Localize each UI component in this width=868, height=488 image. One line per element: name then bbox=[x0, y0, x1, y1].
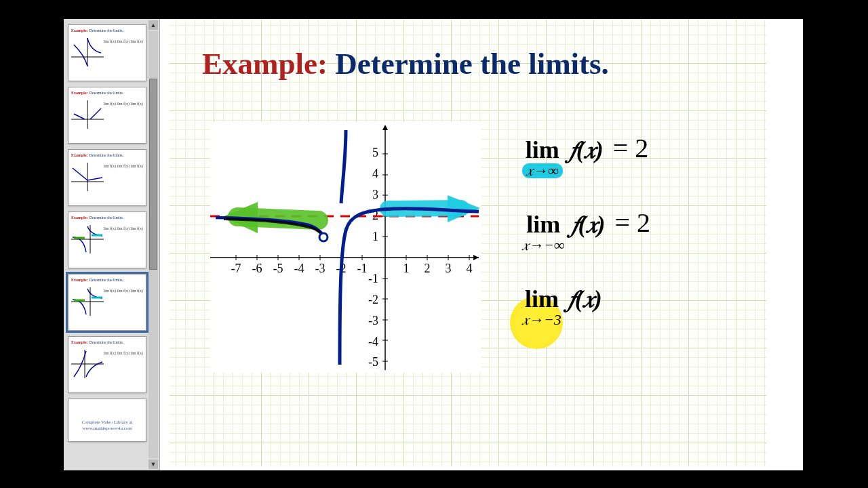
slide-thumbnail[interactable]: Example: Determine the limits. lim f(x) … bbox=[68, 149, 146, 206]
slide-thumbnail[interactable]: Example: Determine the limits. lim f(x) … bbox=[68, 336, 146, 393]
svg-text:-7: -7 bbox=[231, 262, 241, 275]
svg-text:1: 1 bbox=[403, 262, 410, 275]
slide-thumbnail-panel: ▲ ▼ Example: Determine the limits. lim f… bbox=[64, 19, 160, 470]
limits-list: lim 𝑥→∞ 𝑓(𝑥) = 2 lim 𝑥→−∞ 𝑓(𝑥) = 2 bbox=[522, 138, 766, 361]
slide-thumbnail[interactable]: Complete Video Library at www.mathispowe… bbox=[68, 399, 146, 442]
svg-text:-2: -2 bbox=[368, 293, 378, 306]
lim-symbol: lim bbox=[526, 138, 559, 162]
limit-row: lim 𝑥→−∞ 𝑓(𝑥) = 2 bbox=[522, 212, 766, 253]
mini-graph bbox=[71, 37, 104, 66]
heading-lead: Example: bbox=[202, 47, 328, 81]
svg-text:5: 5 bbox=[372, 146, 378, 159]
function-graph: -7 -6 -5 -4 -3 -2 -1 1 2 3 4 1 bbox=[210, 122, 481, 373]
svg-text:-5: -5 bbox=[273, 262, 283, 275]
mini-graph bbox=[71, 162, 104, 191]
mini-graph bbox=[71, 287, 104, 316]
svg-text:-1: -1 bbox=[357, 262, 368, 275]
limit-row: lim 𝑥→∞ 𝑓(𝑥) = 2 bbox=[522, 138, 766, 178]
x-axis-ticks: -7 -6 -5 -4 -3 -2 -1 1 2 3 4 bbox=[231, 262, 473, 275]
svg-text:-5: -5 bbox=[368, 355, 378, 369]
slide-thumbnail[interactable]: Example: Determine the limits. lim f(x) … bbox=[68, 211, 146, 268]
svg-text:-3: -3 bbox=[315, 262, 326, 275]
svg-text:4: 4 bbox=[372, 167, 378, 180]
lim-fx: 𝑓(𝑥) bbox=[570, 138, 604, 162]
scrollbar-track[interactable] bbox=[149, 31, 158, 458]
limit-row: lim 𝑥→−3 𝑓(𝑥) bbox=[522, 287, 766, 327]
svg-text:-4: -4 bbox=[294, 262, 304, 275]
scroll-up-button[interactable]: ▲ bbox=[149, 20, 158, 30]
svg-marker-13 bbox=[473, 255, 479, 260]
lim-symbol: lim bbox=[526, 212, 560, 237]
chevron-up-icon: ▲ bbox=[151, 22, 157, 28]
lim-approach: 𝑥→−3 bbox=[522, 312, 561, 327]
slide-viewport: Example: Determine the limits. -7 -6 bbox=[170, 19, 803, 470]
chevron-down-icon: ▼ bbox=[151, 461, 157, 468]
svg-text:2: 2 bbox=[425, 262, 431, 275]
slide-thumbnail-current[interactable]: Example: Determine the limits. lim f(x) … bbox=[68, 274, 146, 331]
mini-graph bbox=[71, 224, 104, 253]
svg-text:1: 1 bbox=[372, 230, 378, 243]
lim-symbol: lim bbox=[525, 287, 559, 311]
scrollbar-thumb[interactable] bbox=[149, 79, 157, 270]
slide: Example: Determine the limits. -7 -6 bbox=[170, 19, 766, 466]
open-endpoint bbox=[319, 233, 328, 241]
curve-right-upper bbox=[341, 130, 346, 203]
lim-fx: 𝑓(𝑥) bbox=[568, 287, 602, 311]
presentation-viewer: ▲ ▼ Example: Determine the limits. lim f… bbox=[64, 19, 803, 470]
scroll-down-button[interactable]: ▼ bbox=[149, 460, 158, 469]
slide-thumbnail[interactable]: Example: Determine the limits. lim f(x) … bbox=[68, 87, 146, 144]
lim-approach: 𝑥→∞ bbox=[522, 163, 563, 178]
svg-text:-6: -6 bbox=[252, 262, 262, 275]
footer-text: Complete Video Library at www.mathispowe… bbox=[68, 420, 146, 432]
svg-text:4: 4 bbox=[467, 262, 473, 275]
lim-approach: 𝑥→−∞ bbox=[522, 238, 565, 253]
slide-heading: Example: Determine the limits. bbox=[202, 46, 609, 81]
svg-text:-3: -3 bbox=[368, 314, 378, 327]
svg-text:-4: -4 bbox=[368, 335, 378, 348]
mini-graph bbox=[71, 349, 104, 378]
slide-thumbnail[interactable]: Example: Determine the limits. lim f(x) … bbox=[68, 24, 146, 81]
svg-marker-15 bbox=[382, 125, 388, 130]
svg-text:-1: -1 bbox=[368, 272, 378, 285]
lim-answer: = 2 bbox=[613, 135, 649, 162]
heading-rest: Determine the limits. bbox=[335, 47, 609, 81]
curve-right-branch bbox=[340, 209, 479, 365]
svg-text:3: 3 bbox=[372, 188, 378, 201]
lim-answer: = 2 bbox=[615, 209, 651, 237]
mini-graph bbox=[71, 100, 104, 129]
lim-fx: 𝑓(𝑥) bbox=[572, 212, 606, 237]
svg-text:3: 3 bbox=[446, 262, 452, 275]
